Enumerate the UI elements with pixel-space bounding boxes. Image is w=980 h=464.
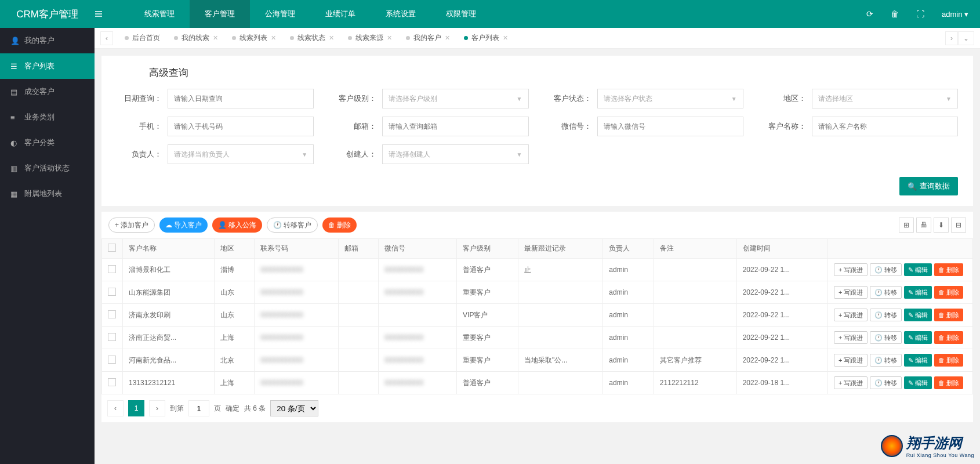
top-nav-item[interactable]: 系统设置 <box>371 0 431 28</box>
phone-input[interactable] <box>168 117 314 136</box>
cell-phone: 00000000000 <box>255 327 339 349</box>
level-select[interactable]: 请选择客户级别▼ <box>382 89 528 108</box>
name-input[interactable] <box>812 117 958 136</box>
row-edit-button[interactable]: ✎编辑 <box>904 354 932 367</box>
admin-menu[interactable]: admin ▾ <box>942 10 968 19</box>
trash-icon[interactable]: 🗑 <box>891 9 899 19</box>
tab[interactable]: 线索来源✕ <box>341 28 399 49</box>
owner-select[interactable]: 请选择当前负责人▼ <box>168 144 314 164</box>
delete-button[interactable]: 🗑删除 <box>322 217 357 233</box>
sidebar-item[interactable]: ▦附属地列表 <box>0 181 95 206</box>
top-nav-item[interactable]: 业绩订单 <box>310 0 371 28</box>
tabs-next[interactable]: › <box>945 31 958 45</box>
add-customer-button[interactable]: +添加客户 <box>108 217 155 233</box>
row-checkbox[interactable] <box>108 378 116 386</box>
row-follow-button[interactable]: +写跟进 <box>834 263 868 276</box>
row-follow-button[interactable]: +写跟进 <box>834 376 868 389</box>
row-checkbox[interactable] <box>108 333 116 341</box>
row-transfer-button[interactable]: 🕐转移 <box>870 309 902 321</box>
row-edit-button[interactable]: ✎编辑 <box>904 376 932 389</box>
import-customer-button[interactable]: ☁导入客户 <box>159 217 208 233</box>
select-all-checkbox[interactable] <box>108 244 116 252</box>
row-edit-button[interactable]: ✎编辑 <box>904 331 932 344</box>
tab[interactable]: 线索状态✕ <box>283 28 341 49</box>
sidebar-item-label: 客户列表 <box>24 61 55 71</box>
status-select[interactable]: 请选择客户状态▼ <box>597 89 743 108</box>
tab-close-icon[interactable]: ✕ <box>271 34 276 42</box>
row-follow-button[interactable]: +写跟进 <box>834 354 868 367</box>
tab-close-icon[interactable]: ✕ <box>445 34 450 42</box>
row-transfer-button[interactable]: 🕐转移 <box>870 331 902 344</box>
top-nav-item[interactable]: 线索管理 <box>129 0 190 28</box>
refresh-icon[interactable]: ⟳ <box>866 9 873 19</box>
row-transfer-button[interactable]: 🕐转移 <box>870 263 902 276</box>
email-input[interactable] <box>382 117 528 136</box>
row-follow-button[interactable]: +写跟进 <box>834 309 868 321</box>
row-delete-button[interactable]: 🗑删除 <box>934 263 963 276</box>
row-checkbox[interactable] <box>108 310 116 318</box>
sidebar-item[interactable]: ▤成交客户 <box>0 79 95 104</box>
tab[interactable]: 后台首页 <box>118 28 167 49</box>
confirm-button[interactable]: 确定 <box>226 404 239 414</box>
tab-close-icon[interactable]: ✕ <box>387 34 392 42</box>
page-1[interactable]: 1 <box>128 400 144 416</box>
sidebar-item[interactable]: ☰客户列表 <box>0 53 95 79</box>
row-follow-button[interactable]: +写跟进 <box>834 331 868 344</box>
row-delete-button[interactable]: 🗑删除 <box>934 376 963 389</box>
tab[interactable]: 客户列表✕ <box>457 28 515 49</box>
tabs-menu[interactable]: ⌄ <box>958 31 974 45</box>
print-icon[interactable]: 🖶 <box>916 217 931 233</box>
row-checkbox[interactable] <box>108 356 116 364</box>
creator-select[interactable]: 请选择创建人▼ <box>382 144 528 164</box>
to-public-button[interactable]: 👤移入公海 <box>212 217 262 233</box>
row-follow-button[interactable]: +写跟进 <box>834 286 868 299</box>
tab-close-icon[interactable]: ✕ <box>213 34 218 42</box>
tab[interactable]: 我的线索✕ <box>167 28 225 49</box>
row-delete-button[interactable]: 🗑删除 <box>934 331 963 344</box>
sidebar-item[interactable]: ◐客户分类 <box>0 130 95 155</box>
row-delete-button[interactable]: 🗑删除 <box>934 286 963 299</box>
tab[interactable]: 我的客户✕ <box>399 28 457 49</box>
cell-name: 济南正达商贸... <box>123 327 215 349</box>
search-panel: 高级查询 日期查询： 客户级别：请选择客户级别▼ 客户状态：请选择客户状态▼ 地… <box>101 56 973 206</box>
row-checkbox[interactable] <box>108 265 116 273</box>
date-input[interactable] <box>168 89 314 108</box>
row-edit-button[interactable]: ✎编辑 <box>904 309 932 321</box>
main: ‹ 后台首页我的线索✕线索列表✕线索状态✕线索来源✕我的客户✕客户列表✕ › ⌄… <box>95 28 980 464</box>
row-transfer-button[interactable]: 🕐转移 <box>870 286 902 299</box>
fullscreen-icon[interactable]: ⛶ <box>916 9 924 19</box>
row-transfer-button[interactable]: 🕐转移 <box>870 376 902 389</box>
sidebar-item[interactable]: 👤我的客户 <box>0 28 95 53</box>
search-button[interactable]: 🔍查询数据 <box>899 177 958 195</box>
goto-input[interactable] <box>188 400 209 416</box>
tab[interactable]: 线索列表✕ <box>225 28 283 49</box>
page-prev[interactable]: ‹ <box>107 400 124 416</box>
sidebar-item[interactable]: ≡业务类别 <box>0 104 95 130</box>
clock-icon: 🕐 <box>874 266 883 274</box>
page-next[interactable]: › <box>149 400 165 416</box>
export-icon[interactable]: ⬇ <box>934 217 949 233</box>
top-nav-item[interactable]: 公海管理 <box>250 0 310 28</box>
region-select[interactable]: 请选择地区▼ <box>812 89 958 108</box>
goto-label: 到第 <box>170 404 184 414</box>
row-edit-button[interactable]: ✎编辑 <box>904 286 932 299</box>
settings-icon[interactable]: ⊟ <box>951 217 966 233</box>
row-delete-button[interactable]: 🗑删除 <box>934 309 963 321</box>
status-label: 客户状态： <box>546 93 591 104</box>
sidebar-item[interactable]: ▥客户活动状态 <box>0 155 95 181</box>
columns-icon[interactable]: ⊞ <box>899 217 914 233</box>
per-page-select[interactable]: 20 条/页 <box>270 400 318 416</box>
top-nav-item[interactable]: 客户管理 <box>190 0 250 28</box>
top-nav-item[interactable]: 权限管理 <box>431 0 491 28</box>
transfer-button[interactable]: 🕐转移客户 <box>267 217 318 233</box>
row-delete-button[interactable]: 🗑删除 <box>934 354 963 367</box>
tab-close-icon[interactable]: ✕ <box>503 34 508 42</box>
sidebar-toggle[interactable] <box>95 10 129 18</box>
row-transfer-button[interactable]: 🕐转移 <box>870 354 902 367</box>
total-label: 共 6 条 <box>244 404 266 414</box>
tabs-prev[interactable]: ‹ <box>100 31 113 45</box>
wechat-input[interactable] <box>597 117 743 136</box>
row-checkbox[interactable] <box>108 288 116 296</box>
tab-close-icon[interactable]: ✕ <box>329 34 334 42</box>
row-edit-button[interactable]: ✎编辑 <box>904 263 932 276</box>
